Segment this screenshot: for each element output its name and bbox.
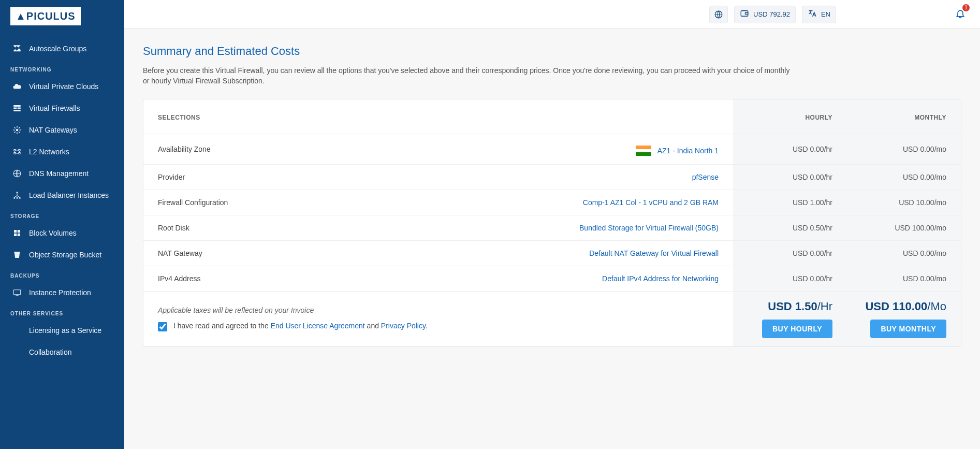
- totals-left: Applicable taxes will be reflected on yo…: [143, 291, 733, 346]
- autoscale-icon: [12, 44, 22, 53]
- section-header-storage: STORAGE: [0, 206, 124, 222]
- buy-monthly-button[interactable]: BUY MONTHLY: [870, 320, 946, 338]
- col-header-hourly: HOURLY: [733, 99, 847, 134]
- privacy-link[interactable]: Privacy Policy: [381, 322, 426, 330]
- brand-logo[interactable]: ▲PICULUS: [10, 7, 81, 25]
- cost-table: SELECTIONS HOURLY MONTHLY Availability Z…: [143, 99, 961, 346]
- page-description: Before you create this Virtual Firewall,…: [143, 65, 790, 86]
- cloud-icon: [12, 82, 22, 91]
- svg-rect-10: [13, 290, 21, 295]
- svg-point-4: [17, 197, 18, 199]
- hourly-price: USD 0.00/hr: [733, 164, 847, 190]
- india-flag-icon: [636, 146, 651, 156]
- agree-checkbox[interactable]: [158, 322, 167, 331]
- selection-value: pfSense: [262, 164, 733, 190]
- globe-button[interactable]: [709, 6, 728, 23]
- monthly-price: USD 0.00/mo: [847, 164, 961, 190]
- section-header-backups: BACKUPS: [0, 266, 124, 282]
- notification-bell[interactable]: 1: [952, 5, 969, 24]
- bucket-icon: [12, 250, 22, 259]
- sidebar-label: Collaboration: [29, 348, 72, 356]
- table-row: NAT GatewayDefault NAT Gateway for Virtu…: [143, 240, 961, 266]
- total-monthly: USD 110.00/Mo: [861, 300, 946, 313]
- hourly-price: USD 1.00/hr: [733, 190, 847, 215]
- sidebar-item-dns-management[interactable]: DNS Management: [0, 163, 124, 184]
- hourly-price: USD 0.50/hr: [733, 215, 847, 240]
- svg-rect-6: [14, 230, 17, 233]
- agree-text: I have read and agreed to the End User L…: [173, 322, 428, 330]
- hourly-price: USD 0.00/hr: [733, 266, 847, 291]
- hourly-price: USD 0.00/hr: [733, 134, 847, 164]
- table-row: Firewall ConfigurationComp-1 AZ1 Col - 1…: [143, 190, 961, 215]
- sidebar-item-collaboration[interactable]: Collaboration: [0, 341, 124, 363]
- svg-point-5: [19, 197, 21, 199]
- col-header-monthly: MONTHLY: [847, 99, 961, 134]
- svg-point-2: [17, 192, 18, 193]
- table-row: ProviderpfSenseUSD 0.00/hrUSD 0.00/mo: [143, 164, 961, 190]
- buy-hourly-button[interactable]: BUY HOURLY: [762, 320, 832, 338]
- sidebar-item-load-balancer[interactable]: Load Balancer Instances: [0, 184, 124, 206]
- language-button[interactable]: EN: [802, 6, 836, 23]
- sidebar-label: DNS Management: [29, 169, 89, 178]
- globe-icon: [12, 169, 22, 178]
- selection-name: Firewall Configuration: [143, 190, 262, 215]
- section-header-networking: NETWORKING: [0, 60, 124, 76]
- summary-card: SELECTIONS HOURLY MONTHLY Availability Z…: [143, 99, 961, 347]
- sidebar-item-vpc[interactable]: Virtual Private Clouds: [0, 76, 124, 97]
- total-monthly-amt: USD 110.00: [865, 300, 927, 313]
- translate-icon: [808, 9, 817, 20]
- sidebar: ▲PICULUS Autoscale Groups NETWORKING Vir…: [0, 0, 124, 449]
- logo-wrap: ▲PICULUS: [0, 0, 124, 33]
- notification-badge: 1: [962, 4, 970, 11]
- selection-name: Availability Zone: [143, 134, 262, 164]
- svg-point-3: [13, 197, 15, 199]
- svg-point-0: [16, 129, 19, 132]
- svg-rect-7: [18, 230, 20, 233]
- svg-rect-12: [741, 11, 748, 17]
- sidebar-item-instance-protection[interactable]: Instance Protection: [0, 282, 124, 303]
- sidebar-label: Instance Protection: [29, 288, 91, 297]
- sidebar-item-virtual-firewalls[interactable]: Virtual Firewalls: [0, 97, 124, 119]
- selection-value: Bundled Storage for Virtual Firewall (50…: [262, 215, 733, 240]
- sidebar-item-block-volumes[interactable]: Block Volumes: [0, 222, 124, 244]
- selection-name: NAT Gateway: [143, 240, 262, 266]
- sidebar-label: Autoscale Groups: [29, 45, 86, 53]
- content-area: Summary and Estimated Costs Before you c…: [124, 29, 980, 449]
- language-label: EN: [821, 10, 830, 18]
- protection-icon: [12, 288, 22, 297]
- agree-terms[interactable]: I have read and agreed to the End User L…: [158, 322, 719, 331]
- l2-icon: [12, 147, 22, 156]
- sidebar-item-nat-gateways[interactable]: NAT Gateways: [0, 119, 124, 141]
- totals-hourly-cell: USD 1.50/Hr BUY HOURLY: [733, 291, 847, 346]
- selection-name: IPv4 Address: [143, 266, 262, 291]
- table-row: IPv4 AddressDefault IPv4 Address for Net…: [143, 266, 961, 291]
- sidebar-item-object-storage[interactable]: Object Storage Bucket: [0, 244, 124, 266]
- block-icon: [12, 228, 22, 238]
- balance-button[interactable]: USD 792.92: [734, 6, 796, 23]
- total-monthly-unit: /Mo: [927, 300, 946, 313]
- col-header-selections: SELECTIONS: [143, 99, 733, 134]
- balance-label: USD 792.92: [753, 10, 790, 18]
- sidebar-label: Virtual Private Clouds: [29, 82, 98, 91]
- topbar: USD 792.92 EN 1: [124, 0, 980, 29]
- selection-value: AZ1 - India North 1: [262, 134, 733, 164]
- sidebar-item-licensing[interactable]: Licensing as a Service: [0, 320, 124, 341]
- sidebar-label: Load Balancer Instances: [29, 191, 109, 199]
- svg-rect-13: [745, 13, 748, 15]
- total-hourly: USD 1.50/Hr: [748, 300, 832, 313]
- sidebar-label: Licensing as a Service: [29, 326, 101, 335]
- nat-icon: [12, 125, 22, 135]
- sidebar-item-autoscale-groups[interactable]: Autoscale Groups: [0, 38, 124, 60]
- sidebar-item-l2-networks[interactable]: L2 Networks: [0, 141, 124, 163]
- svg-rect-8: [14, 234, 17, 236]
- monthly-price: USD 0.00/mo: [847, 266, 961, 291]
- loadbalancer-icon: [12, 191, 22, 200]
- totals-monthly-cell: USD 110.00/Mo BUY MONTHLY: [847, 291, 961, 346]
- total-hourly-amt: USD 1.50: [768, 300, 817, 313]
- selection-name: Root Disk: [143, 215, 262, 240]
- tax-note: Applicable taxes will be reflected on yo…: [158, 306, 719, 314]
- sidebar-label: Object Storage Bucket: [29, 251, 101, 259]
- selection-name: Provider: [143, 164, 262, 190]
- selection-value: Default NAT Gateway for Virtual Firewall: [262, 240, 733, 266]
- eula-link[interactable]: End User License Agreement: [271, 322, 365, 330]
